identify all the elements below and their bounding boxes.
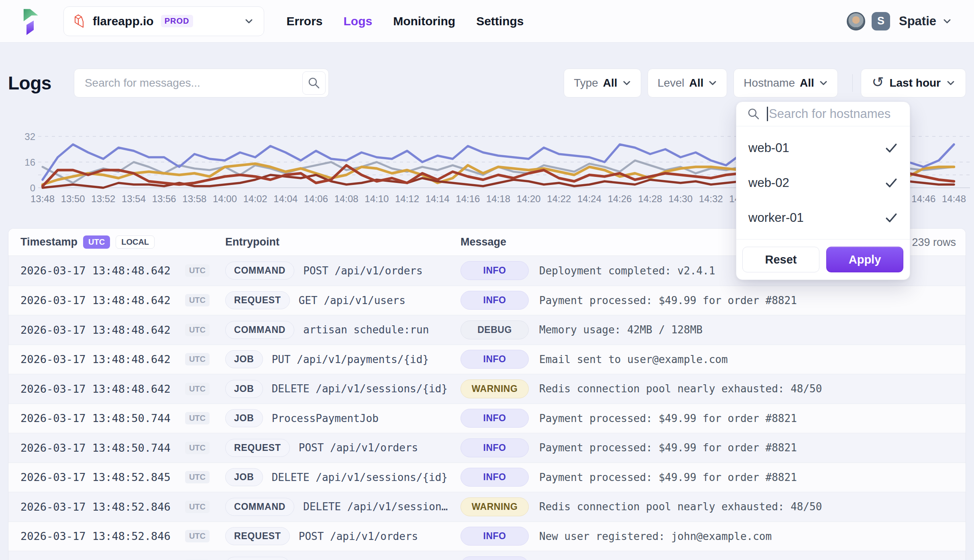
svg-text:14:02: 14:02 [243,193,267,204]
reset-button[interactable]: Reset [742,247,819,272]
time-range-button[interactable]: ↺ Last hour [861,69,966,97]
svg-text:13:48: 13:48 [31,193,55,204]
hostname-option[interactable]: web-02 [736,165,910,200]
local-toggle[interactable]: LOCAL [116,235,155,249]
row-timezone-chip: UTC [185,530,210,542]
level-filter-button[interactable]: Level All [648,69,727,97]
row-timestamp: 2026-03-17 13:48:48.642 [20,294,171,306]
row-timezone-chip: UTC [185,294,210,306]
chevron-down-icon[interactable] [943,18,952,24]
nav-item-errors[interactable]: Errors [287,14,323,28]
message-search [74,69,329,97]
log-message: Payment processed: $49.99 for order #882… [539,412,797,424]
table-row[interactable]: 2026-03-17 13:48:52.846 UTC REQUEST GET … [8,551,966,560]
hostname-dropdown-panel: Search for hostnames web-01 web-02 worke… [736,101,910,280]
svg-text:14:08: 14:08 [334,193,359,204]
row-timezone-chip: UTC [185,442,210,454]
log-message: Payment processed: $49.99 for order #882… [539,471,797,483]
level-badge: INFO [461,438,529,457]
hostname-option-label: worker-01 [748,211,804,225]
row-timezone-chip: UTC [185,324,210,336]
row-timezone-chip: UTC [185,471,210,483]
svg-text:0: 0 [30,183,35,193]
table-row[interactable]: 2026-03-17 13:48:48.642 UTC JOB DELETE /… [8,374,966,404]
dropdown-footer: Reset Apply [736,239,910,280]
apply-button[interactable]: Apply [826,247,903,272]
table-row[interactable]: 2026-03-17 13:48:52.846 UTC REQUEST POST… [8,521,966,551]
search-button[interactable] [302,71,326,95]
svg-text:14:18: 14:18 [486,193,510,204]
entry-type-badge: REQUEST [225,291,290,309]
level-badge: WARNING [461,379,529,398]
entry-type-badge: JOB [225,380,263,398]
logs-toolbar: Logs Type All Level All Hostname All ↺ L… [0,67,974,99]
row-timezone-chip: UTC [185,264,210,277]
svg-text:14:28: 14:28 [638,193,662,204]
table-row[interactable]: 2026-03-17 13:48:48.642 UTC REQUEST GET … [8,286,966,315]
svg-text:14:22: 14:22 [547,193,571,204]
hostname-filter-button[interactable]: Hostname All [734,69,837,97]
row-timezone-chip: UTC [185,412,210,424]
text-caret [767,107,768,121]
hostname-options-list: web-01 web-02 worker-01 [736,126,910,239]
nav-item-monitoring[interactable]: Monitoring [393,14,455,28]
svg-text:14:00: 14:00 [213,193,237,204]
row-timestamp: 2026-03-17 13:48:52.846 [20,530,171,542]
nav-item-settings[interactable]: Settings [476,14,524,28]
entry-type-badge: COMMAND [225,321,294,339]
log-message: Redis connection pool nearly exhausted: … [539,501,822,513]
svg-text:14:26: 14:26 [608,193,632,204]
level-badge: INFO [461,468,529,487]
chevron-down-icon [708,80,717,86]
row-timestamp: 2026-03-17 13:48:52.845 [20,471,171,483]
svg-text:32: 32 [24,131,35,142]
svg-text:13:54: 13:54 [122,193,146,204]
entry-path: DELETE /api/v1/session… [303,501,448,513]
toolbar-divider [852,74,853,92]
svg-text:14:06: 14:06 [304,193,328,204]
svg-text:14:04: 14:04 [273,193,297,204]
entry-type-badge: JOB [225,468,263,486]
hostname-filter-value: All [800,77,814,89]
filter-bar: Type All Level All Hostname All ↺ Last h… [557,69,966,97]
hostname-option[interactable]: web-01 [736,130,910,165]
row-timezone-chip: UTC [185,383,210,395]
app-selector-dropdown[interactable]: flareapp.io PROD [63,6,264,36]
checkmark-icon [885,143,898,153]
hostname-search-row[interactable]: Search for hostnames [736,102,910,126]
type-filter-value: All [603,77,617,89]
row-timestamp: 2026-03-17 13:48:48.642 [20,383,171,395]
nav-item-logs[interactable]: Logs [344,14,373,28]
svg-text:14:10: 14:10 [365,193,389,204]
level-badge: INFO [461,556,529,560]
utc-toggle[interactable]: UTC [83,235,110,249]
svg-text:14:46: 14:46 [911,193,935,204]
team-badge[interactable]: S [872,12,890,30]
table-row[interactable]: 2026-03-17 13:48:50.744 UTC REQUEST POST… [8,433,966,463]
table-body: 2026-03-17 13:48:48.642 UTC COMMAND POST… [8,256,966,560]
level-badge: DEBUG [461,321,529,339]
entry-path: GET /api/v1/users [299,294,405,306]
hostname-option[interactable]: worker-01 [736,200,910,235]
table-row[interactable]: 2026-03-17 13:48:50.744 UTC JOB ProcessP… [8,404,966,433]
table-row[interactable]: 2026-03-17 13:48:48.642 UTC JOB PUT /api… [8,345,966,374]
main-nav: Errors Logs Monitoring Settings [287,14,524,28]
svg-text:14:32: 14:32 [699,193,723,204]
table-row[interactable]: 2026-03-17 13:48:48.642 UTC COMMAND arti… [8,315,966,345]
team-name: Spatie [899,14,936,28]
table-row[interactable]: 2026-03-17 13:48:52.845 UTC JOB DELETE /… [8,463,966,492]
rows-count: 239 rows [912,236,956,248]
level-filter-label: Level [658,77,685,89]
chevron-down-icon [245,18,253,24]
top-navigation-bar: flareapp.io PROD Errors Logs Monitoring … [0,0,974,43]
table-row[interactable]: 2026-03-17 13:48:52.846 UTC COMMAND DELE… [8,492,966,521]
user-avatar[interactable] [847,12,865,30]
hostname-option-label: web-02 [748,176,789,190]
column-message: Message [461,236,506,248]
search-input[interactable] [74,69,329,97]
svg-text:14:30: 14:30 [668,193,693,204]
checkmark-icon [885,178,898,188]
environment-badge: PROD [161,15,193,27]
type-filter-button[interactable]: Type All [564,69,641,97]
chevron-down-icon [946,80,955,86]
